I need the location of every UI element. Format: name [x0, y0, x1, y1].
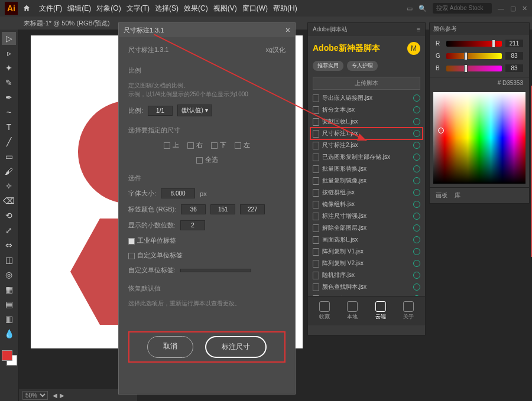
eyedropper-tool-icon[interactable]: 💧: [2, 327, 16, 340]
line-tool-icon[interactable]: ╱: [2, 135, 16, 148]
wand-tool-icon[interactable]: ✦: [2, 61, 16, 74]
menu-type[interactable]: 文字(T): [126, 4, 150, 14]
nav-about[interactable]: 关于: [403, 301, 414, 321]
nav-fav[interactable]: 收藏: [319, 301, 330, 321]
chk-right[interactable]: 右: [187, 141, 203, 149]
menu-effect[interactable]: 效果(C): [184, 4, 208, 14]
eraser-tool-icon[interactable]: ⌫: [2, 194, 16, 207]
download-icon[interactable]: [413, 154, 420, 161]
perspective-tool-icon[interactable]: ▦: [2, 283, 16, 296]
dialog-close-icon[interactable]: ×: [286, 25, 290, 35]
maximize-icon[interactable]: ▢: [510, 5, 516, 12]
menu-object[interactable]: 对象(O): [96, 4, 121, 14]
r-value[interactable]: 211: [505, 40, 523, 47]
type-tool-icon[interactable]: T: [2, 120, 16, 133]
script-item[interactable]: 颜色查找脚本.jsx: [310, 281, 423, 293]
color-b-input[interactable]: 227: [240, 204, 265, 214]
script-item[interactable]: 画面选形L.jsx: [310, 234, 423, 246]
scripts-panel-title[interactable]: Adobe脚本站≡: [308, 23, 425, 36]
r-slider[interactable]: [446, 41, 502, 47]
chk-left[interactable]: 左: [235, 141, 250, 149]
ratio-default-select[interactable]: (默认值) ▾: [177, 105, 212, 116]
width-tool-icon[interactable]: ⇔: [2, 239, 16, 252]
download-icon[interactable]: [413, 94, 420, 102]
ok-button[interactable]: 标注尺寸: [205, 336, 267, 358]
color-g-input[interactable]: 151: [210, 204, 235, 214]
menu-file[interactable]: 文件(F): [39, 4, 62, 14]
script-item[interactable]: 镜像组料.jsx: [310, 198, 423, 210]
nav-cloud[interactable]: 云端: [375, 301, 386, 321]
shaper-tool-icon[interactable]: ✧: [2, 180, 16, 193]
chk-all[interactable]: 全选: [196, 155, 218, 164]
download-icon[interactable]: [413, 213, 420, 220]
menu-help[interactable]: 帮助(H): [273, 4, 297, 14]
rotate-tool-icon[interactable]: ⟲: [2, 209, 16, 222]
menu-view[interactable]: 视图(V): [213, 4, 237, 14]
chk-bottom[interactable]: 下: [211, 141, 226, 149]
script-item[interactable]: 折分文本.jsx: [310, 104, 423, 116]
download-icon[interactable]: [413, 224, 420, 232]
script-list[interactable]: 导出嵌入链接图.jsx折分文本.jsx安献回收L.jsx尺寸标注1.jsx尺寸标…: [308, 92, 425, 296]
download-icon[interactable]: [413, 142, 420, 149]
download-icon[interactable]: [413, 177, 420, 184]
pen-tool-icon[interactable]: ✒: [2, 91, 16, 104]
g-value[interactable]: 83: [505, 52, 523, 60]
mesh-tool-icon[interactable]: ▤: [2, 298, 16, 311]
direct-select-tool-icon[interactable]: ▹: [2, 47, 16, 60]
script-item[interactable]: 阵列复制 V2.jsx: [310, 257, 423, 269]
hex-value[interactable]: # D35353: [430, 77, 529, 89]
b-value[interactable]: 83: [505, 64, 523, 72]
fontsize-input[interactable]: 8.000: [161, 188, 195, 198]
nav-right-icon[interactable]: ▶: [60, 392, 64, 399]
chk-industrial[interactable]: 工业单位标签: [128, 236, 286, 245]
g-slider[interactable]: [446, 53, 502, 59]
menu-edit[interactable]: 编辑(E): [67, 4, 91, 14]
script-item[interactable]: 尺寸标注2.jsx: [310, 139, 423, 151]
script-item[interactable]: 标注尺寸增强.jsx: [310, 210, 423, 222]
script-item[interactable]: 解除全部图层.jsx: [310, 222, 423, 234]
color-spectrum[interactable]: [433, 92, 525, 184]
tab-personal[interactable]: 专人护理: [347, 61, 378, 71]
layout-icon[interactable]: ▭: [407, 5, 413, 12]
minimize-icon[interactable]: —: [498, 5, 504, 12]
upload-script-button[interactable]: 上传脚本: [313, 77, 420, 90]
custom-unit-input[interactable]: [180, 269, 251, 272]
home-icon[interactable]: [21, 3, 32, 14]
download-icon[interactable]: [413, 260, 420, 267]
brush-tool-icon[interactable]: 🖌: [2, 165, 16, 178]
close-icon[interactable]: ✕: [522, 5, 527, 12]
script-item[interactable]: 已选图形复制主部存储.jsx: [310, 151, 423, 163]
dialog-titlebar[interactable]: 尺寸标注1.3.1 ×: [119, 23, 295, 37]
gradient-tool-icon[interactable]: ▥: [2, 312, 16, 325]
search-icon[interactable]: 🔍: [419, 5, 427, 12]
download-icon[interactable]: [413, 189, 420, 196]
fill-stroke-swatch[interactable]: [2, 350, 17, 366]
cancel-button[interactable]: 取消: [147, 336, 193, 358]
menu-window[interactable]: 窗口(W): [242, 4, 268, 14]
chk-custom[interactable]: 自定义单位标签: [128, 251, 286, 260]
script-item[interactable]: 批量图形替换.jsx: [310, 163, 423, 175]
download-icon[interactable]: [413, 283, 420, 291]
script-item[interactable]: 随机排序.jsx: [310, 269, 423, 281]
download-icon[interactable]: [413, 272, 420, 279]
download-icon[interactable]: [413, 248, 420, 255]
ratio-input[interactable]: 1/1: [148, 106, 173, 116]
script-item[interactable]: 按链群组.jsx: [310, 187, 423, 198]
chk-top[interactable]: 上: [164, 141, 179, 149]
zoom-select[interactable]: 50%: [22, 391, 48, 400]
decimals-input[interactable]: 2: [180, 220, 205, 230]
menu-select[interactable]: 选择(S): [155, 4, 179, 14]
search-input[interactable]: 搜索 Adobe Stock: [433, 3, 492, 14]
curvature-tool-icon[interactable]: ~: [2, 106, 16, 119]
nav-local[interactable]: 本地: [347, 301, 358, 321]
scale-tool-icon[interactable]: ⤢: [2, 224, 16, 237]
color-panel-title[interactable]: 颜色参考: [430, 23, 529, 35]
tab-swatches[interactable]: 画板: [436, 191, 447, 200]
download-icon[interactable]: [413, 236, 420, 243]
script-item[interactable]: 阵列复制 V1.jsx: [310, 246, 423, 257]
script-item[interactable]: 导出嵌入链接图.jsx: [310, 92, 423, 104]
free-transform-tool-icon[interactable]: ◫: [2, 253, 16, 266]
tab-library[interactable]: 库: [455, 191, 460, 200]
shape-builder-tool-icon[interactable]: ◎: [2, 268, 16, 281]
download-icon[interactable]: [413, 106, 420, 113]
